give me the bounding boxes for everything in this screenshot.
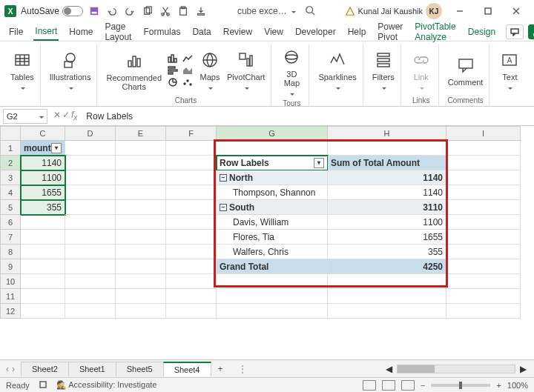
svg-point-32 (286, 51, 297, 63)
sheet-prev-icon[interactable]: ‹ (6, 364, 9, 374)
document-name[interactable]: cube exce… (237, 6, 296, 16)
collapse-icon[interactable]: − (220, 204, 227, 211)
ribbon: Tables Illustrations Recommended Charts (0, 41, 534, 107)
sheet-tab[interactable]: Sheet5 (116, 362, 164, 376)
pie-chart-icon[interactable] (166, 77, 179, 87)
cut-icon[interactable] (159, 4, 172, 18)
horizontal-scrollbar[interactable] (397, 365, 515, 373)
copy-icon[interactable] (141, 4, 154, 18)
pivot-item[interactable]: Flores, Tia (217, 230, 328, 245)
pivot-item[interactable]: Thompson, Shannon (217, 185, 328, 200)
pivot-item[interactable]: Walfers, Chris (217, 245, 328, 259)
pivot-group-north[interactable]: −North (217, 170, 328, 185)
column-chart-icon[interactable] (166, 53, 179, 64)
tab-developer[interactable]: Developer (294, 24, 337, 40)
autosave-control[interactable]: AutoSave (21, 6, 83, 16)
pivot-item[interactable]: Davis, William (217, 215, 328, 230)
tab-design[interactable]: Design (467, 24, 497, 40)
pivot-grand-total[interactable]: Grand Total (217, 259, 328, 274)
macro-record-icon[interactable] (39, 380, 47, 391)
select-all-corner[interactable] (0, 126, 21, 141)
illustrations-button[interactable]: Illustrations (48, 47, 93, 93)
tab-power-pivot[interactable]: Power Pivot (376, 19, 404, 45)
cancel-formula-icon[interactable]: ✕ (53, 110, 61, 122)
maps-button[interactable]: Maps (197, 47, 222, 93)
line-chart-icon[interactable] (181, 53, 194, 64)
sheet-tab[interactable]: Sheet1 (68, 362, 116, 376)
row-header[interactable]: 1 (0, 141, 21, 156)
col-header-f[interactable]: F (166, 126, 217, 141)
tab-page-layout[interactable]: Page Layout (103, 19, 133, 45)
user-account[interactable]: Kunal Jai Kaushik KJ (345, 3, 442, 19)
save-icon[interactable] (88, 4, 101, 18)
comment-button[interactable]: Comment (446, 53, 485, 88)
sheet-tab-active[interactable]: Sheet4 (163, 362, 211, 376)
filters-button[interactable]: Filters (371, 47, 396, 93)
3d-map-button[interactable]: 3D Map (279, 44, 304, 99)
close-button[interactable] (503, 1, 530, 21)
zoom-slider[interactable] (431, 384, 490, 387)
page-layout-view-button[interactable] (382, 380, 395, 391)
sparklines-button[interactable]: Sparklines (317, 47, 357, 93)
maximize-button[interactable] (475, 1, 501, 21)
formula-input[interactable]: Row Labels (80, 111, 534, 122)
tab-insert[interactable]: Insert (33, 23, 59, 41)
share-button[interactable] (528, 24, 534, 39)
undo-icon[interactable] (105, 4, 119, 18)
zoom-level[interactable]: 100% (507, 381, 528, 390)
svg-rect-30 (247, 59, 249, 66)
page-break-view-button[interactable] (401, 380, 415, 391)
zoom-out-button[interactable]: − (421, 381, 425, 390)
cell[interactable]: mount▾ (21, 141, 65, 156)
scroll-left-icon[interactable]: ◀ (386, 364, 392, 374)
col-header-c[interactable]: C (21, 126, 65, 141)
scatter-chart-icon[interactable] (181, 77, 194, 87)
tab-file[interactable]: File (7, 24, 24, 40)
comments-pane-button[interactable] (506, 24, 524, 39)
sheet-tab[interactable]: Sheet2 (21, 362, 69, 376)
col-header-h[interactable]: H (328, 126, 446, 141)
collapse-icon[interactable]: − (220, 174, 227, 182)
worksheet-grid[interactable]: C D E F G H I 1 mount▾ 2 1140 Row Labels… (0, 126, 534, 359)
tables-button[interactable]: Tables (9, 47, 36, 93)
pivotchart-button[interactable]: PivotChart (225, 47, 266, 93)
normal-view-button[interactable] (363, 380, 376, 391)
redo-icon[interactable] (123, 4, 136, 18)
pivot-values-header[interactable]: Sum of Total Amount (328, 156, 446, 170)
tab-data[interactable]: Data (191, 24, 212, 40)
add-sheet-button[interactable]: + (211, 364, 231, 374)
tab-help[interactable]: Help (346, 24, 368, 40)
tab-pivot-analyze[interactable]: PivotTable Analyze (413, 19, 457, 45)
col-header-i[interactable]: I (446, 126, 521, 141)
filter-dropdown-icon[interactable]: ▾ (51, 143, 62, 153)
tab-formulas[interactable]: Formulas (142, 24, 182, 40)
col-header-d[interactable]: D (65, 126, 116, 141)
touch-mode-icon[interactable] (194, 4, 208, 18)
tab-review[interactable]: Review (222, 24, 254, 40)
link-button[interactable]: Link (409, 47, 434, 93)
search-icon[interactable] (305, 5, 315, 18)
fx-icon[interactable]: fx (71, 110, 77, 122)
cell[interactable]: 1140 (21, 156, 65, 170)
sheet-next-icon[interactable]: › (12, 364, 15, 374)
name-box[interactable]: G2 (3, 109, 47, 124)
text-button[interactable]: A Text (497, 47, 522, 93)
accessibility-status[interactable]: 🕵 Accessibility: Investigate (56, 380, 157, 390)
col-header-g[interactable]: G (217, 126, 328, 141)
pivot-filter-icon[interactable]: ▾ (314, 158, 324, 168)
scroll-right-icon[interactable]: ▶ (520, 364, 527, 374)
tab-home[interactable]: Home (67, 24, 94, 40)
chart-type-gallery[interactable] (166, 53, 194, 87)
zoom-in-button[interactable]: + (496, 381, 501, 390)
pivot-row-labels-header[interactable]: Row Labels▾ (217, 156, 328, 170)
enter-formula-icon[interactable]: ✓ (62, 110, 70, 122)
autosave-toggle[interactable] (62, 6, 83, 16)
pivot-group-south[interactable]: −South (217, 200, 328, 215)
area-chart-icon[interactable] (181, 65, 194, 76)
recommended-charts-button[interactable]: Recommended Charts (105, 48, 163, 93)
paste-icon[interactable] (177, 4, 190, 18)
row-header[interactable]: 2 (0, 156, 21, 170)
tab-view[interactable]: View (263, 24, 285, 40)
col-header-e[interactable]: E (116, 126, 166, 141)
bar-chart-icon[interactable] (166, 65, 179, 76)
